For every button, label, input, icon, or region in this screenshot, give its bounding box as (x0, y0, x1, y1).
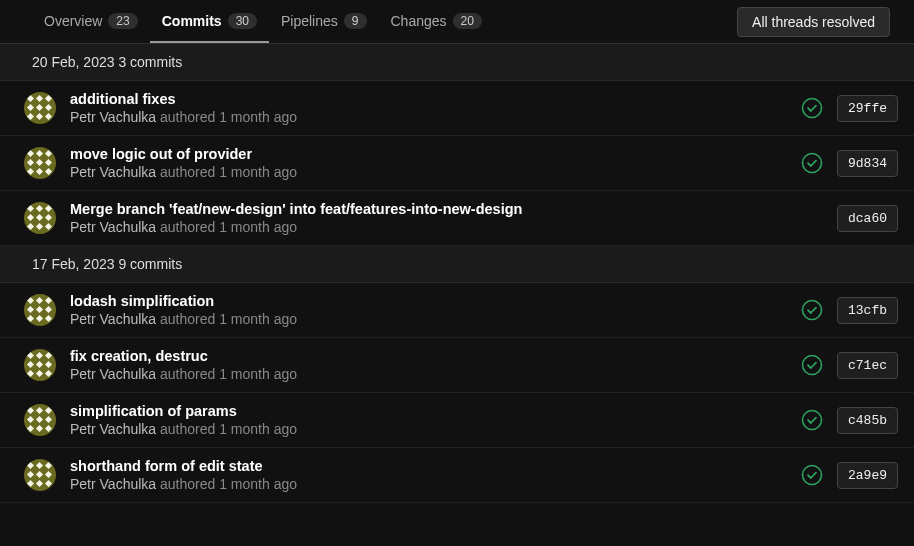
commit-main: move logic out of providerPetr Vachulka … (70, 146, 787, 180)
commit-hash[interactable]: dca60 (837, 205, 898, 232)
commit-title[interactable]: fix creation, destruc (70, 348, 787, 364)
commit-main: fix creation, destrucPetr Vachulka autho… (70, 348, 787, 382)
tab-count-badge: 9 (344, 13, 367, 29)
avatar[interactable] (24, 147, 56, 179)
commit-main: Merge branch 'feat/new-design' into feat… (70, 201, 787, 235)
status-success-icon[interactable] (801, 152, 823, 174)
commit-author[interactable]: Petr Vachulka (70, 366, 156, 382)
commit-main: simplification of paramsPetr Vachulka au… (70, 403, 787, 437)
commit-meta: Petr Vachulka authored 1 month ago (70, 164, 787, 180)
commit-title[interactable]: additional fixes (70, 91, 787, 107)
commit-meta: Petr Vachulka authored 1 month ago (70, 476, 787, 492)
commit-meta: Petr Vachulka authored 1 month ago (70, 219, 787, 235)
commit-group-header: 20 Feb, 2023 3 commits (0, 44, 914, 81)
topbar: Overview23Commits30Pipelines9Changes20 A… (0, 0, 914, 44)
commit-title[interactable]: Merge branch 'feat/new-design' into feat… (70, 201, 787, 217)
avatar[interactable] (24, 92, 56, 124)
commit-author[interactable]: Petr Vachulka (70, 219, 156, 235)
status-success-icon[interactable] (801, 464, 823, 486)
avatar[interactable] (24, 459, 56, 491)
commit-author[interactable]: Petr Vachulka (70, 311, 156, 327)
avatar[interactable] (24, 349, 56, 381)
commit-title[interactable]: move logic out of provider (70, 146, 787, 162)
commit-meta: Petr Vachulka authored 1 month ago (70, 366, 787, 382)
tab-count-badge: 30 (228, 13, 257, 29)
tabs: Overview23Commits30Pipelines9Changes20 (32, 0, 494, 43)
commit-row[interactable]: additional fixesPetr Vachulka authored 1… (0, 81, 914, 136)
commit-time: 1 month ago (219, 421, 297, 437)
status-success-icon[interactable] (801, 299, 823, 321)
commit-meta: Petr Vachulka authored 1 month ago (70, 311, 787, 327)
avatar[interactable] (24, 404, 56, 436)
tab-label: Commits (162, 13, 222, 29)
commit-author[interactable]: Petr Vachulka (70, 476, 156, 492)
commit-time: 1 month ago (219, 164, 297, 180)
commit-author[interactable]: Petr Vachulka (70, 164, 156, 180)
commit-authored-label: authored (160, 476, 219, 492)
commit-authored-label: authored (160, 219, 219, 235)
commit-authored-label: authored (160, 109, 219, 125)
tab-count-badge: 20 (453, 13, 482, 29)
commit-row[interactable]: simplification of paramsPetr Vachulka au… (0, 393, 914, 448)
tab-count-badge: 23 (108, 13, 137, 29)
tab-label: Overview (44, 13, 102, 29)
commit-time: 1 month ago (219, 311, 297, 327)
commit-hash[interactable]: 2a9e9 (837, 462, 898, 489)
commit-group-header: 17 Feb, 2023 9 commits (0, 246, 914, 283)
commit-authored-label: authored (160, 164, 219, 180)
commit-main: additional fixesPetr Vachulka authored 1… (70, 91, 787, 125)
commit-row[interactable]: fix creation, destrucPetr Vachulka autho… (0, 338, 914, 393)
status-none (801, 207, 823, 229)
tab-label: Changes (391, 13, 447, 29)
commit-hash[interactable]: 29ffe (837, 95, 898, 122)
commit-authored-label: authored (160, 366, 219, 382)
status-success-icon[interactable] (801, 354, 823, 376)
tab-changes[interactable]: Changes20 (379, 0, 494, 43)
commit-hash[interactable]: c71ec (837, 352, 898, 379)
status-success-icon[interactable] (801, 409, 823, 431)
tab-pipelines[interactable]: Pipelines9 (269, 0, 379, 43)
tab-commits[interactable]: Commits30 (150, 0, 269, 43)
commit-row[interactable]: shorthand form of edit statePetr Vachulk… (0, 448, 914, 503)
resolve-threads-button[interactable]: All threads resolved (737, 7, 890, 37)
commit-title[interactable]: shorthand form of edit state (70, 458, 787, 474)
commit-authored-label: authored (160, 421, 219, 437)
commit-hash[interactable]: 13cfb (837, 297, 898, 324)
commit-row[interactable]: lodash simplificationPetr Vachulka autho… (0, 283, 914, 338)
commit-author[interactable]: Petr Vachulka (70, 421, 156, 437)
commit-list: 20 Feb, 2023 3 commitsadditional fixesPe… (0, 44, 914, 503)
commit-author[interactable]: Petr Vachulka (70, 109, 156, 125)
commit-time: 1 month ago (219, 109, 297, 125)
commit-time: 1 month ago (219, 476, 297, 492)
commit-hash[interactable]: c485b (837, 407, 898, 434)
commit-hash[interactable]: 9d834 (837, 150, 898, 177)
tab-overview[interactable]: Overview23 (32, 0, 150, 43)
commit-title[interactable]: lodash simplification (70, 293, 787, 309)
status-success-icon[interactable] (801, 97, 823, 119)
commit-main: shorthand form of edit statePetr Vachulk… (70, 458, 787, 492)
commit-authored-label: authored (160, 311, 219, 327)
commit-meta: Petr Vachulka authored 1 month ago (70, 421, 787, 437)
commit-row[interactable]: Merge branch 'feat/new-design' into feat… (0, 191, 914, 246)
tab-label: Pipelines (281, 13, 338, 29)
commit-title[interactable]: simplification of params (70, 403, 787, 419)
commit-time: 1 month ago (219, 366, 297, 382)
commit-time: 1 month ago (219, 219, 297, 235)
commit-main: lodash simplificationPetr Vachulka autho… (70, 293, 787, 327)
avatar[interactable] (24, 202, 56, 234)
commit-meta: Petr Vachulka authored 1 month ago (70, 109, 787, 125)
commit-row[interactable]: move logic out of providerPetr Vachulka … (0, 136, 914, 191)
avatar[interactable] (24, 294, 56, 326)
